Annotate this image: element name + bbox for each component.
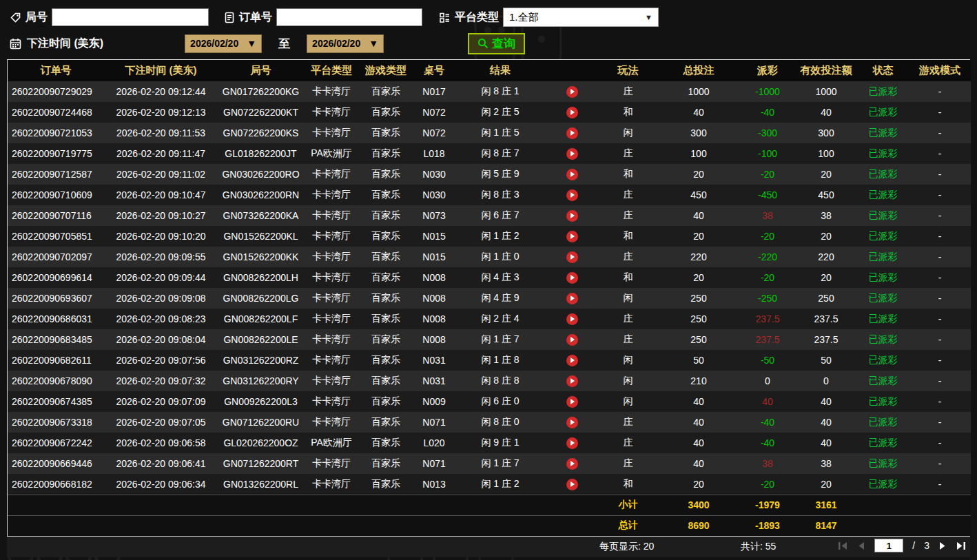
game-mode-cell: - — [909, 143, 971, 164]
game-type-cell: 百家乐 — [359, 123, 413, 143]
play-video-button[interactable] — [566, 396, 578, 408]
search-button[interactable]: 查询 — [468, 33, 525, 54]
betting-records-table: 订单号下注时间 (美东)局号平台类型游戏类型桌号结果玩法总投注派彩有效投注额状态… — [7, 59, 970, 537]
platform-select[interactable]: 1.全部 ▼ — [503, 8, 659, 27]
page-input[interactable] — [874, 539, 903, 552]
play-icon — [570, 234, 575, 239]
valid-bet-cell: 0 — [795, 371, 857, 391]
last-page-button[interactable] — [956, 541, 966, 550]
play-video-button[interactable] — [566, 169, 578, 180]
valid-bet-cell: 300 — [795, 123, 857, 143]
bet-time-label: 下注时间 (美东) — [27, 37, 103, 51]
bet-time-cell: 2026-02-20 09:10:20 — [104, 226, 218, 247]
play-video-button[interactable] — [566, 293, 578, 304]
game-type-cell: 百家乐 — [359, 247, 413, 267]
platform-cell: PA欧洲厅 — [304, 143, 359, 164]
total-bet-cell: 40 — [657, 433, 740, 453]
result-cell: 闲 2 庄 4 — [455, 309, 545, 329]
bet-type-cell: 庄 — [599, 329, 657, 350]
filter-row-2: 下注时间 (美东) 2026/02/20 ▼ 至 2026/02/20 ▼ 查询 — [10, 30, 967, 56]
total-payout: -1893 — [740, 515, 795, 536]
play-video-button[interactable] — [566, 127, 578, 139]
table-row: 2602200907020972026-02-20 09:09:55GN0152… — [8, 247, 971, 267]
order-no-cell: 260220090712587 — [8, 164, 104, 185]
play-video-button[interactable] — [566, 251, 578, 263]
play-video-button[interactable] — [566, 148, 578, 160]
play-video-button[interactable] — [566, 334, 578, 346]
round-no-cell: GN015262200KL — [218, 226, 304, 247]
game-type-cell: 百家乐 — [359, 226, 413, 247]
order-no-cell: 260220090707116 — [8, 205, 104, 226]
play-video-button[interactable] — [566, 375, 578, 387]
play-icon — [570, 275, 575, 280]
payout-cell: -40 — [740, 433, 795, 453]
date-to-select[interactable]: 2026/02/20 ▼ — [307, 34, 384, 53]
platform-cell: PA欧洲厅 — [304, 433, 359, 453]
round-no-cell: GN072262200KS — [218, 123, 304, 143]
payout-cell: -20 — [740, 164, 795, 185]
result-cell: 闲 6 庄 7 — [455, 205, 545, 226]
play-video-button[interactable] — [566, 107, 578, 118]
table-no-cell: N015 — [413, 247, 455, 267]
total-bet-cell: 250 — [657, 309, 740, 329]
payout-cell: 38 — [740, 453, 795, 474]
bet-type-cell: 和 — [599, 474, 657, 495]
round-no-cell: GN030262200RN — [218, 185, 304, 205]
order-input[interactable] — [276, 8, 422, 26]
payout-cell: -40 — [740, 412, 795, 433]
result-cell: 闲 8 庄 3 — [455, 185, 545, 205]
play-video-button[interactable] — [566, 355, 578, 366]
table-no-cell: N017 — [413, 81, 455, 102]
table-row: 2602200907125872026-02-20 09:11:02GN0302… — [8, 164, 971, 185]
payout-cell: -20 — [740, 226, 795, 247]
play-video-button[interactable] — [566, 417, 578, 428]
table-no-cell: N015 — [413, 226, 455, 247]
next-page-button[interactable] — [938, 541, 947, 550]
play-video-button[interactable] — [566, 86, 578, 98]
total-spacer — [8, 515, 599, 536]
play-video-button[interactable] — [566, 437, 578, 449]
play-video-button[interactable] — [566, 189, 578, 201]
game-mode-cell: - — [909, 81, 971, 102]
round-input[interactable] — [52, 8, 209, 26]
subtotal-valid-bet: 3161 — [795, 495, 857, 515]
valid-bet-cell: 20 — [795, 474, 857, 495]
result-cell: 闲 8 庄 8 — [455, 371, 545, 391]
table-row: 2602200907058512026-02-20 09:10:20GN0152… — [8, 226, 971, 247]
game-mode-cell: - — [909, 474, 971, 495]
play-video-button[interactable] — [566, 272, 578, 284]
column-header: 局号 — [218, 60, 304, 81]
date-from-select[interactable]: 2026/02/20 ▼ — [185, 34, 262, 53]
bet-time-cell: 2026-02-20 09:07:32 — [104, 371, 218, 391]
platform-cell: 卡卡湾厅 — [304, 185, 359, 205]
date-range-to-label: 至 — [278, 36, 290, 52]
play-video-button[interactable] — [566, 210, 578, 222]
platform-cell: 卡卡湾厅 — [304, 329, 359, 350]
total-bet-cell: 40 — [657, 453, 740, 474]
round-no-cell: GN017262200KG — [218, 81, 304, 102]
round-label: 局号 — [25, 10, 48, 25]
pagination-bar: 每页显示: 20 共计: 55 / 3 — [7, 537, 970, 557]
game-type-cell: 百家乐 — [359, 267, 413, 288]
game-mode-cell: - — [909, 185, 971, 205]
valid-bet-cell: 40 — [795, 412, 857, 433]
play-video-button[interactable] — [566, 458, 578, 470]
play-video-button[interactable] — [566, 231, 578, 242]
play-icon — [570, 130, 575, 136]
bet-time-cell: 2026-02-20 09:08:04 — [104, 329, 218, 350]
subtotal-total-bet: 3400 — [657, 495, 740, 515]
first-page-button[interactable] — [838, 541, 848, 550]
tag-icon — [10, 12, 21, 23]
video-cell — [545, 81, 599, 102]
table-no-cell: N031 — [413, 371, 455, 391]
valid-bet-cell: 40 — [795, 391, 857, 412]
bet-time-cell: 2026-02-20 09:07:05 — [104, 412, 218, 433]
total-pages: 3 — [924, 540, 929, 551]
status-cell: 已派彩 — [857, 433, 909, 453]
play-video-button[interactable] — [566, 313, 578, 325]
play-video-button[interactable] — [566, 479, 578, 490]
prev-page-button[interactable] — [857, 541, 865, 550]
play-icon — [570, 378, 575, 384]
game-mode-cell: - — [909, 205, 971, 226]
order-no-cell: 260220090721053 — [8, 123, 104, 143]
